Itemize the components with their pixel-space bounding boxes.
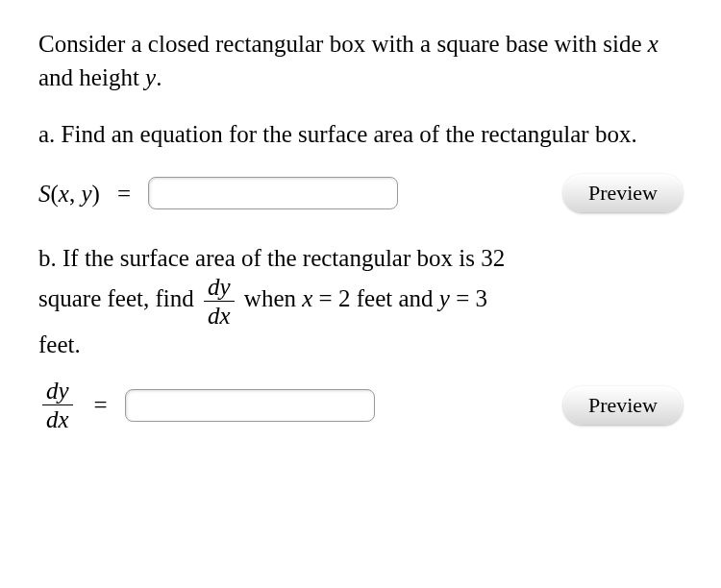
part-b-input[interactable] [125,389,375,422]
b-and: and [392,285,439,311]
when-text: when [238,285,303,311]
b-eq1: = [312,285,338,311]
ans-frac-den: dx [42,405,73,431]
equals-sign-b: = [94,388,108,422]
answer-dy-dx-fraction: dy dx [42,379,73,431]
intro-paragraph: Consider a closed rectangular box with a… [38,27,683,94]
problem-container: Consider a closed rectangular box with a… [0,0,721,588]
s-xy-label: S(x, y) [38,177,100,210]
part-a-text: a. Find an equation for the surface area… [38,117,683,151]
var-x: x [648,31,659,57]
b-line3: feet. [38,331,81,357]
frac-den: dx [204,302,235,328]
paren-open: ( [51,181,59,207]
b-line1-val: 32 [481,245,505,271]
intro-text-2: and height [38,64,145,90]
paren-close: ) [92,181,100,207]
dy-dx-fraction: dydx [204,275,235,328]
ans-frac-num: dy [42,379,73,405]
preview-button-a[interactable]: Preview [563,174,683,212]
frac-num: dy [204,275,235,302]
part-a-input[interactable] [148,177,398,209]
part-a-answer-row: S(x, y) = Preview [38,174,683,212]
part-b-answer-row: dy dx = Preview [38,379,683,431]
preview-button-b[interactable]: Preview [563,386,683,425]
intro-text-3: . [156,64,162,90]
part-b-text: b. If the surface area of the rectangula… [38,241,683,361]
b-x-val: 2 feet [338,285,392,311]
b-line1-pre: b. If the surface area of the rectangula… [38,245,481,271]
arg-x: x [59,181,69,207]
intro-text-1: Consider a closed rectangular box with a… [38,31,648,57]
comma: , [69,181,82,207]
func-s: S [38,181,51,207]
b-line2-pre: square feet, find [38,285,200,311]
b-x-var: x [302,285,312,311]
arg-y: y [81,181,91,207]
var-y: y [145,64,156,90]
equals-sign-a: = [117,177,131,210]
b-eq2: = [450,285,476,311]
b-y-val: 3 [476,285,488,311]
b-y-var: y [439,285,450,311]
